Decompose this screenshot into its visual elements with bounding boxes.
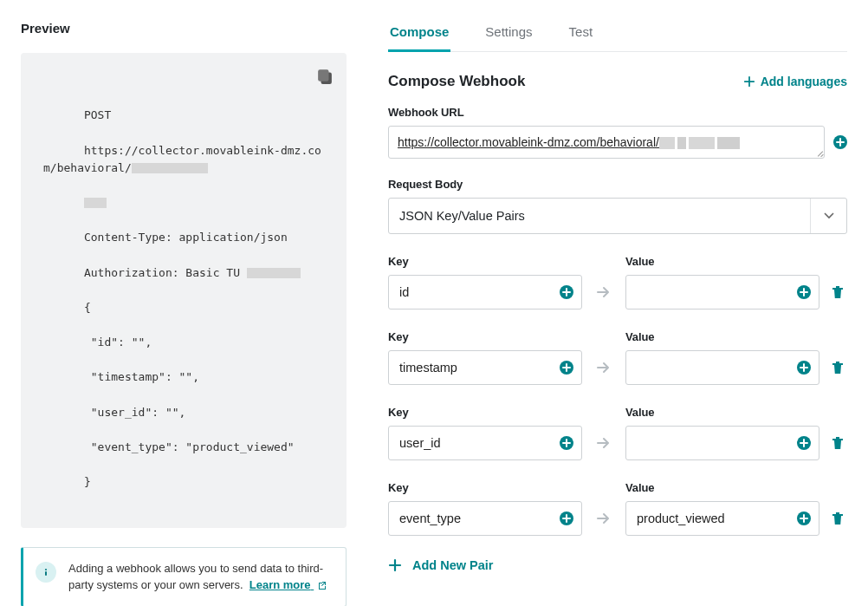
kv-row: KeyValue	[388, 406, 847, 460]
value-label: Value	[625, 330, 819, 343]
tab-settings[interactable]: Settings	[483, 21, 534, 51]
arrow-right-icon	[591, 426, 617, 460]
key-input[interactable]	[388, 275, 582, 310]
plus-icon	[388, 558, 402, 572]
request-body-label: Request Body	[388, 178, 847, 191]
body-line: "event_type": "product_viewed"	[84, 440, 295, 453]
tab-compose[interactable]: Compose	[388, 21, 450, 52]
key-input[interactable]	[388, 426, 582, 460]
delete-row-button[interactable]	[828, 501, 847, 536]
content-type-header: Content-Type: application/json	[84, 231, 288, 244]
value-label: Value	[625, 481, 819, 494]
trash-icon	[830, 360, 845, 375]
key-label: Key	[388, 255, 582, 268]
insert-token-button[interactable]	[560, 285, 573, 299]
select-value: JSON Key/Value Pairs	[389, 209, 810, 223]
arrow-right-icon	[591, 501, 617, 536]
key-input[interactable]	[388, 501, 582, 536]
value-label: Value	[625, 255, 819, 268]
key-label: Key	[388, 330, 582, 343]
insert-token-button[interactable]	[797, 285, 811, 299]
insert-token-button[interactable]	[560, 361, 573, 375]
value-label: Value	[625, 406, 819, 419]
redacted-segment	[84, 198, 107, 208]
auth-header: Authorization: Basic TU	[84, 266, 240, 279]
delete-row-button[interactable]	[828, 350, 847, 385]
copy-icon[interactable]	[317, 68, 333, 84]
compose-heading: Compose Webhook	[388, 73, 525, 90]
insert-token-button[interactable]	[797, 436, 811, 450]
arrow-right-icon	[591, 350, 617, 385]
chevron-down-icon	[810, 199, 846, 233]
insert-token-button[interactable]	[797, 361, 811, 375]
key-label: Key	[388, 481, 582, 494]
request-body-select[interactable]: JSON Key/Value Pairs	[388, 198, 847, 234]
webhook-url-label: Webhook URL	[388, 106, 847, 119]
add-token-button[interactable]	[833, 135, 847, 149]
kv-row: KeyValue	[388, 330, 847, 385]
preview-code-block: POST https://collector.movableink-dmz.co…	[21, 53, 347, 528]
learn-more-link[interactable]: Learn more	[249, 578, 326, 591]
info-icon	[36, 562, 56, 583]
insert-token-button[interactable]	[560, 436, 573, 450]
tabs: Compose Settings Test	[388, 21, 847, 52]
value-input[interactable]	[625, 426, 819, 460]
body-line: "id": "",	[84, 336, 152, 349]
trash-icon	[830, 511, 845, 526]
value-input[interactable]	[625, 501, 819, 536]
body-line: {	[84, 301, 91, 314]
insert-token-button[interactable]	[560, 512, 573, 525]
http-method: POST	[84, 108, 111, 121]
delete-row-button[interactable]	[828, 275, 847, 310]
kv-row: KeyValue	[388, 255, 847, 310]
webhook-url-input[interactable]: https://collector.movableink-dmz.com/beh…	[388, 126, 825, 159]
external-link-icon	[315, 579, 326, 590]
value-input[interactable]	[625, 275, 819, 310]
key-input[interactable]	[388, 350, 582, 385]
arrow-right-icon	[591, 275, 617, 310]
trash-icon	[830, 284, 845, 300]
plus-icon	[743, 75, 755, 88]
key-label: Key	[388, 406, 582, 419]
kv-row: KeyValue	[388, 481, 847, 536]
body-line: "timestamp": "",	[84, 370, 199, 383]
trash-icon	[830, 435, 845, 451]
insert-token-button[interactable]	[797, 512, 811, 525]
preview-title: Preview	[21, 21, 347, 36]
value-input[interactable]	[625, 350, 819, 385]
add-languages-button[interactable]: Add languages	[743, 75, 847, 88]
body-line: "user_id": "",	[84, 406, 185, 419]
body-line: }	[84, 475, 91, 488]
redacted-segment	[132, 163, 208, 173]
info-callout: Adding a webhook allows you to send data…	[21, 547, 347, 606]
add-new-pair-button[interactable]: Add New Pair	[388, 558, 493, 572]
tab-test[interactable]: Test	[567, 21, 595, 51]
redacted-segment	[247, 268, 301, 278]
delete-row-button[interactable]	[828, 426, 847, 460]
